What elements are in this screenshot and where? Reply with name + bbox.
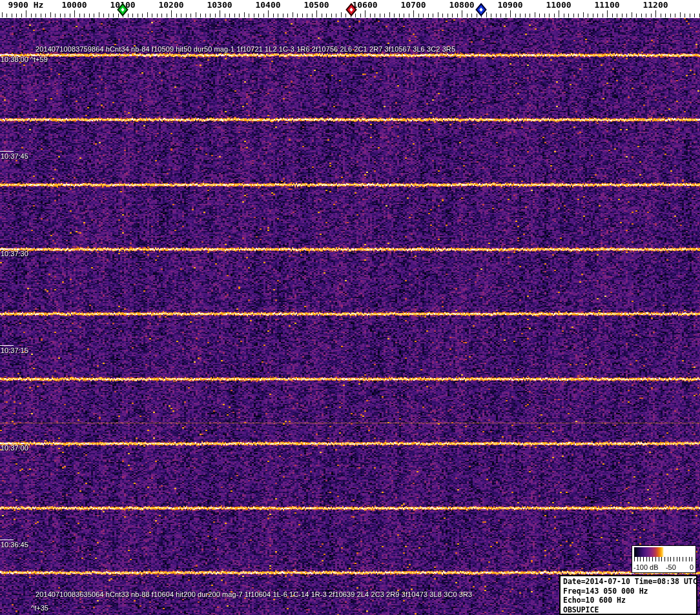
- colormap-gradient: [634, 547, 694, 557]
- observation-info-box: Date=2014-07-10 Time=08:38 UTC Freq=143 …: [559, 575, 697, 615]
- info-frequency: Freq=143 050 000 Hz: [563, 587, 694, 596]
- meteor-spectrogram-screen: 20140710083759864 hCnt34 nb-84 f10509 hi…: [0, 0, 700, 615]
- legend-mid-db-label: -50: [666, 563, 676, 571]
- time-tick: [0, 248, 14, 249]
- time-offset-marker: ^t+35: [31, 604, 48, 612]
- time-label: 10:37:00: [1, 444, 28, 452]
- time-row: 10:37:45: [0, 151, 77, 161]
- time-row: 10:37:15: [0, 345, 77, 356]
- detection-annotation-bottom: 20140710083635064 hCnt33 nb-88 f10604 hi…: [36, 590, 472, 598]
- time-label: 10:36:45: [1, 541, 28, 549]
- time-tick: [0, 443, 14, 443]
- info-station: OBSUPICE: [563, 605, 694, 615]
- frequency-ruler: [0, 0, 700, 18]
- time-tick: [0, 345, 14, 346]
- time-label: 10:37:30: [1, 250, 28, 257]
- legend-max-db-label: 0: [690, 563, 694, 571]
- legend-min-db-label: -100 dB: [633, 563, 659, 571]
- detection-annotation-top: 20140710083759864 hCnt34 nb-84 f10509 hi…: [36, 45, 455, 53]
- time-row: 10:36:45: [0, 539, 77, 550]
- spectrogram-waterfall: [0, 18, 700, 615]
- time-label: 10:38:00 ^t+59: [1, 55, 48, 63]
- time-tick: [0, 151, 14, 152]
- info-echo: Echo=10 600 Hz: [563, 596, 694, 605]
- time-row: 10:38:00 ^t+59: [0, 54, 77, 65]
- time-tick: [0, 54, 14, 55]
- colormap-ticks: [634, 557, 694, 561]
- time-label: 10:37:15: [1, 347, 28, 354]
- time-row: 10:37:30: [0, 248, 77, 259]
- time-label: 10:37:45: [1, 152, 28, 160]
- info-date-time: Date=2014-07-10 Time=08:38 UTC: [563, 577, 694, 587]
- colormap-labels: -100 dB -50 0: [632, 563, 695, 572]
- intensity-scale-legend: -100 dB -50 0: [632, 545, 696, 573]
- time-tick: [0, 539, 14, 540]
- time-row: 10:37:00: [0, 443, 77, 453]
